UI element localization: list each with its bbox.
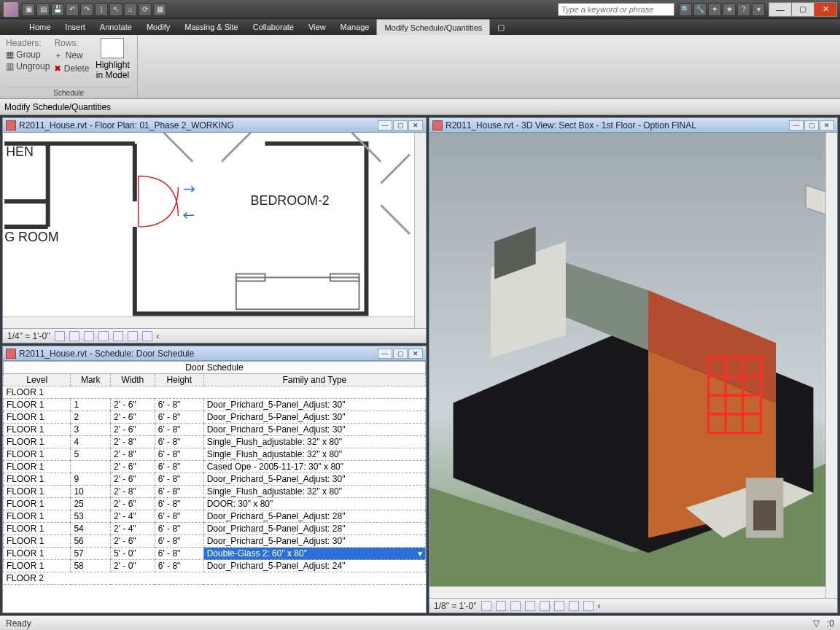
rvt-file-icon bbox=[432, 120, 443, 131]
status-count: :0 bbox=[827, 618, 834, 629]
column-header[interactable]: Family and Type bbox=[203, 374, 425, 386]
detail-level-icon[interactable] bbox=[55, 331, 65, 341]
app-logo[interactable] bbox=[3, 1, 19, 18]
headers-ungroup-button[interactable]: ▥ Ungroup bbox=[6, 61, 50, 71]
status-bar: Ready ▽ :0 bbox=[0, 615, 840, 630]
tab-insert[interactable]: Insert bbox=[58, 19, 93, 35]
table-row[interactable]: FLOOR 1575' - 0"6' - 8"Double-Glass 2: 6… bbox=[4, 548, 426, 560]
column-header[interactable]: Level bbox=[4, 374, 71, 386]
pane-max-button[interactable]: ▢ bbox=[804, 120, 819, 131]
table-row[interactable]: FLOOR 1562' - 6"6' - 8"Door_Prichard_5-P… bbox=[4, 535, 426, 548]
table-row[interactable]: FLOOR 1252' - 6"6' - 8"DOOR: 30" x 80" bbox=[4, 498, 426, 510]
qat-3d-icon[interactable]: ⌂ bbox=[124, 3, 137, 16]
qat-settings-icon[interactable]: ▦ bbox=[153, 3, 166, 16]
maximize-button[interactable]: ▢ bbox=[791, 2, 814, 17]
pane-max-button[interactable]: ▢ bbox=[393, 120, 408, 131]
tab-home[interactable]: Home bbox=[22, 19, 58, 35]
table-row[interactable]: FLOOR 142' - 8"6' - 8"Single_Flush_adjus… bbox=[4, 436, 426, 448]
scrollbar-horizontal[interactable] bbox=[3, 316, 414, 328]
detail-level-icon[interactable] bbox=[481, 601, 491, 611]
star-icon[interactable]: ★ bbox=[723, 3, 736, 16]
floorplan-titlebar[interactable]: R2011_House.rvt - Floor Plan: 01_Phase 2… bbox=[3, 118, 426, 133]
rows-new-button[interactable]: ＋ New bbox=[54, 50, 89, 62]
viewbar-chevron-icon[interactable]: ‹ bbox=[157, 331, 160, 341]
table-row[interactable]: FLOOR 132' - 6"6' - 8"Door_Prichard_5-Pa… bbox=[4, 424, 426, 436]
column-header[interactable]: Width bbox=[111, 374, 155, 386]
pane-close-button[interactable]: ✕ bbox=[408, 349, 423, 359]
scrollbar-vertical[interactable] bbox=[414, 133, 426, 328]
key-icon[interactable]: ✦ bbox=[708, 3, 721, 16]
schedule-titlebar[interactable]: R2011_House.rvt - Schedule: Door Schedul… bbox=[3, 346, 426, 361]
search-input[interactable] bbox=[558, 3, 674, 16]
table-row[interactable]: FLOOR 192' - 6"6' - 8"Door_Prichard_5-Pa… bbox=[4, 473, 426, 486]
tab-annotate[interactable]: Annotate bbox=[93, 19, 139, 35]
qat-modify-icon[interactable]: ↖ bbox=[109, 3, 122, 16]
schedule-grid[interactable]: Door ScheduleLevelMarkWidthHeightFamily … bbox=[3, 361, 426, 612]
close-button[interactable]: ✕ bbox=[814, 2, 837, 17]
pane-close-button[interactable]: ✕ bbox=[820, 120, 834, 131]
floorplan-scale[interactable]: 1/4" = 1'-0" bbox=[7, 331, 50, 341]
schedule-group[interactable]: FLOOR 2 bbox=[4, 572, 426, 585]
pane-close-button[interactable]: ✕ bbox=[408, 120, 423, 131]
rvt-file-icon bbox=[6, 120, 16, 131]
viewbar-chevron-icon[interactable]: ‹ bbox=[598, 601, 601, 611]
minimize-button[interactable]: — bbox=[769, 2, 792, 17]
pane-min-button[interactable]: — bbox=[378, 349, 392, 359]
crop-icon[interactable] bbox=[113, 331, 123, 341]
tab-manage[interactable]: Manage bbox=[333, 19, 377, 35]
3d-canvas[interactable] bbox=[429, 133, 837, 598]
table-row[interactable]: FLOOR 12' - 6"6' - 8"Cased Ope - 2005-11… bbox=[4, 461, 426, 473]
floorplan-view: R2011_House.rvt - Floor Plan: 01_Phase 2… bbox=[2, 117, 427, 343]
qat-save-icon[interactable]: 💾 bbox=[51, 3, 64, 16]
visual-style-icon[interactable] bbox=[69, 331, 79, 341]
crop-icon[interactable] bbox=[554, 601, 564, 611]
tab-modify[interactable]: Modify bbox=[139, 19, 177, 35]
table-row[interactable]: FLOOR 152' - 8"6' - 8"Single_Flush_adjus… bbox=[4, 448, 426, 461]
pane-min-button[interactable]: — bbox=[378, 120, 392, 131]
tab-collaborate[interactable]: Collaborate bbox=[246, 19, 301, 35]
tab-massing-site[interactable]: Massing & Site bbox=[177, 19, 245, 35]
column-header[interactable]: Height bbox=[155, 374, 203, 386]
binoculars-icon[interactable]: 🔍 bbox=[679, 3, 692, 16]
filter-icon[interactable]: ▽ bbox=[813, 618, 820, 629]
qat-undo-icon[interactable]: ↶ bbox=[66, 3, 79, 16]
table-row[interactable]: FLOOR 1532' - 4"6' - 8"Door_Prichard_5-P… bbox=[4, 510, 426, 523]
tab-extra-icon[interactable]: ▢ bbox=[490, 19, 512, 35]
hide-isolate-icon[interactable] bbox=[142, 331, 152, 341]
sun-path-icon[interactable] bbox=[510, 601, 521, 611]
floorplan-canvas[interactable]: BEDROOM-2 HEN G ROOM bbox=[3, 133, 426, 328]
3d-scale[interactable]: 1/8" = 1'-0" bbox=[434, 601, 477, 611]
table-row[interactable]: FLOOR 122' - 6"6' - 8"Door_Prichard_5-Pa… bbox=[4, 411, 426, 424]
rows-delete-button[interactable]: ✖ Delete bbox=[54, 63, 89, 74]
qat-open-icon[interactable]: ▣ bbox=[22, 3, 35, 16]
shadows-icon[interactable] bbox=[525, 601, 535, 611]
table-row[interactable]: FLOOR 1582' - 0"6' - 8"Door_Prichard_5-P… bbox=[4, 560, 426, 572]
crop-region-icon[interactable] bbox=[128, 331, 138, 341]
scrollbar-vertical[interactable] bbox=[825, 133, 837, 598]
help-icon[interactable]: ? bbox=[737, 3, 750, 16]
sun-path-icon[interactable] bbox=[84, 331, 94, 341]
qat-redo-icon[interactable]: ↷ bbox=[80, 3, 93, 16]
tab-view[interactable]: View bbox=[301, 19, 333, 35]
table-row[interactable]: FLOOR 1102' - 8"6' - 8"Single_Flush_adju… bbox=[4, 486, 426, 498]
highlight-in-model-button[interactable]: Highlight in Model bbox=[93, 38, 131, 87]
column-header[interactable]: Mark bbox=[71, 374, 111, 386]
wrench-icon[interactable]: 🔧 bbox=[693, 3, 707, 16]
schedule-group[interactable]: FLOOR 1 bbox=[4, 386, 426, 399]
tab-modify-schedule-quantities[interactable]: Modify Schedule/Quantities bbox=[376, 19, 490, 35]
shadows-icon[interactable] bbox=[98, 331, 109, 341]
headers-group-button[interactable]: ▦ Group bbox=[6, 50, 50, 60]
visual-style-icon[interactable] bbox=[496, 601, 506, 611]
hide-isolate-icon[interactable] bbox=[583, 601, 594, 611]
crop-region-icon[interactable] bbox=[569, 601, 579, 611]
qat-sync-icon[interactable]: ⟳ bbox=[139, 3, 152, 16]
dropdown-icon[interactable]: ▾ bbox=[752, 3, 765, 16]
table-row[interactable]: FLOOR 1542' - 4"6' - 8"Door_Prichard_5-P… bbox=[4, 523, 426, 535]
qat-new-icon[interactable]: ▤ bbox=[36, 3, 50, 16]
pane-max-button[interactable]: ▢ bbox=[393, 349, 408, 359]
scrollbar-horizontal[interactable] bbox=[429, 586, 825, 598]
table-row[interactable]: FLOOR 112' - 6"6' - 8"Door_Prichard_5-Pa… bbox=[4, 399, 426, 411]
3d-titlebar[interactable]: R2011_House.rvt - 3D View: Sect Box - 1s… bbox=[429, 118, 837, 133]
rendering-icon[interactable] bbox=[540, 601, 550, 611]
pane-min-button[interactable]: — bbox=[789, 120, 804, 131]
